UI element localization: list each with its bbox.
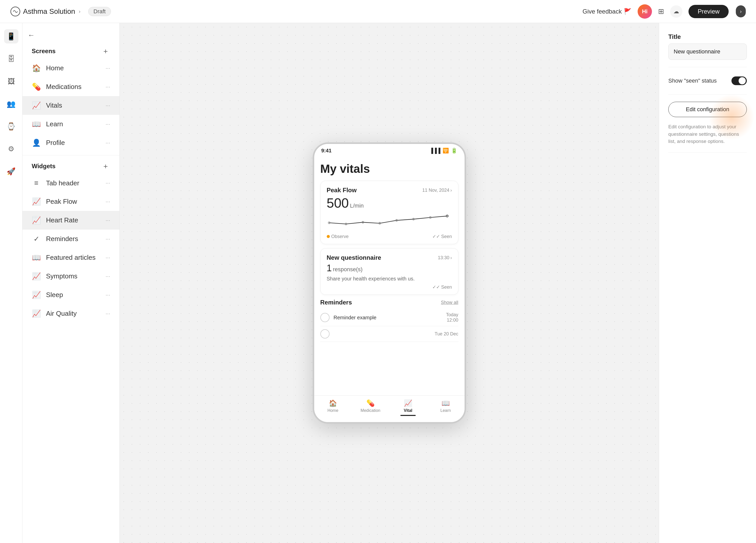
reminder-item-1: Reminder example Today 12:00	[320, 309, 458, 326]
peak-flow-value: 500	[327, 196, 349, 210]
preview-chevron-button[interactable]: ›	[736, 5, 746, 17]
questionnaire-responses-count: 1	[327, 263, 332, 273]
preview-button[interactable]: Preview	[689, 5, 729, 18]
featured-articles-icon: 📖	[32, 253, 41, 262]
medications-label: Medications	[46, 83, 100, 91]
phone-content: My vitals Peak Flow 11 Nov, 2024 › 500 L…	[314, 156, 465, 395]
vitals-more-icon[interactable]: ···	[106, 102, 110, 109]
panel-section-title: Title	[668, 33, 747, 40]
tab-header-more-icon[interactable]: ···	[106, 180, 110, 186]
seen-status-toggle[interactable]	[731, 76, 747, 85]
sidebar-item-heart-rate[interactable]: 📈 Heart Rate ···	[22, 211, 119, 230]
peak-flow-icon: 📈	[32, 197, 41, 206]
phone-nav-medication[interactable]: 💊 Medication	[352, 399, 389, 416]
reminder-item-2: Tue 20 Dec	[320, 326, 458, 342]
sidebar-item-profile[interactable]: 👤 Profile ···	[22, 133, 119, 152]
screens-section-header: Screens ＋	[22, 43, 119, 59]
profile-more-icon[interactable]: ···	[106, 140, 110, 146]
home-label: Home	[46, 64, 100, 72]
questionnaire-desc: Share your health experiences with us.	[327, 275, 452, 282]
peak-flow-unit: L/min	[350, 202, 364, 209]
questionnaire-responses-label: response(s)	[333, 266, 363, 273]
add-screen-button[interactable]: ＋	[101, 47, 110, 56]
rail-icon-watch[interactable]: ⌚	[4, 119, 18, 133]
app-logo[interactable]: Asthma Solution ›	[10, 6, 81, 17]
sidebar-item-home[interactable]: 🏠 Home ···	[22, 59, 119, 77]
rail-icon-settings[interactable]: ⚙	[4, 142, 18, 156]
back-button[interactable]: ←	[22, 29, 40, 43]
add-widget-button[interactable]: ＋	[101, 162, 110, 171]
heart-rate-label: Heart Rate	[46, 216, 100, 224]
svg-point-8	[446, 215, 448, 217]
battery-icon: 🔋	[451, 148, 457, 154]
sidebar-item-vitals[interactable]: 📈 Vitals ···	[22, 96, 119, 115]
featured-articles-more-icon[interactable]: ···	[106, 254, 110, 261]
observe-dot	[327, 235, 330, 238]
sidebar-item-learn[interactable]: 📖 Learn ···	[22, 115, 119, 133]
rail-icon-database[interactable]: 🗄	[4, 52, 18, 66]
rail-icon-device[interactable]: 📱	[4, 29, 18, 43]
phone-nav-learn[interactable]: 📖 Learn	[427, 399, 465, 416]
show-all-button[interactable]: Show all	[441, 300, 458, 305]
widgets-section-header: Widgets ＋	[22, 159, 119, 174]
sidebar-item-medications[interactable]: 💊 Medications ···	[22, 77, 119, 96]
phone-nav-medication-icon: 💊	[366, 399, 375, 407]
air-quality-more-icon[interactable]: ···	[106, 310, 110, 317]
panel-description: Edit configuration to adjust your questi…	[668, 123, 747, 145]
reminder-circle-1	[320, 313, 330, 322]
rail-icon-image[interactable]: 🖼	[4, 74, 18, 88]
vitals-icon: 📈	[32, 101, 41, 110]
sleep-more-icon[interactable]: ···	[106, 292, 110, 298]
sidebar-item-tab-header[interactable]: ≡ Tab header ···	[22, 174, 119, 192]
phone-nav-vital[interactable]: 📈 Vital	[389, 399, 427, 416]
sidebar-item-peak-flow[interactable]: 📈 Peak Flow ···	[22, 192, 119, 211]
rail-icon-users[interactable]: 👥	[4, 97, 18, 111]
signal-icon: ▐▐▐	[430, 148, 441, 154]
peak-flow-card-footer: Observe ✓✓ Seen	[327, 234, 452, 239]
learn-more-icon[interactable]: ···	[106, 121, 110, 128]
air-quality-icon: 📈	[32, 309, 41, 318]
questionnaire-card-header: New questionnaire 13:30 ›	[327, 254, 452, 261]
grid-icon[interactable]: ⊞	[658, 7, 664, 16]
seen-status-label: Show "seen" status	[668, 77, 717, 84]
learn-icon: 📖	[32, 120, 41, 128]
phone-nav-vital-label: Vital	[404, 408, 412, 413]
sleep-icon: 📈	[32, 291, 41, 299]
panel-title-input[interactable]	[668, 43, 747, 60]
right-panel: Title Show "seen" status Edit configurat…	[659, 23, 756, 543]
reminders-more-icon[interactable]: ···	[106, 236, 110, 242]
sidebar-item-reminders[interactable]: ✓ Reminders ···	[22, 230, 119, 248]
questionnaire-footer: ✓✓ Seen	[327, 284, 452, 290]
panel-divider-2	[668, 94, 747, 95]
panel-seen-status-row: Show "seen" status	[668, 74, 747, 87]
vitals-label: Vitals	[46, 101, 100, 109]
sidebar-item-featured-articles[interactable]: 📖 Featured articles ···	[22, 248, 119, 267]
sidebar-item-air-quality[interactable]: 📈 Air Quality ···	[22, 304, 119, 323]
rail-icon-rocket[interactable]: 🚀	[4, 164, 18, 178]
sidebar-item-sleep[interactable]: 📈 Sleep ···	[22, 286, 119, 304]
heart-rate-icon: 📈	[32, 216, 41, 224]
featured-articles-label: Featured articles	[46, 254, 100, 262]
draft-badge: Draft	[88, 7, 111, 16]
reminder-time-2: Tue 20 Dec	[435, 331, 458, 337]
phone-nav-home[interactable]: 🏠 Home	[314, 399, 352, 416]
questionnaire-seen-icon: ✓✓	[432, 284, 440, 290]
give-feedback-button[interactable]: Give feedback 🚩	[583, 8, 631, 15]
air-quality-label: Air Quality	[46, 310, 100, 318]
tab-header-label: Tab header	[46, 179, 100, 187]
medications-icon: 💊	[32, 83, 41, 91]
edit-config-button[interactable]: Edit configuration	[668, 102, 747, 117]
reminders-section: Reminders Show all Reminder example Toda…	[320, 299, 458, 342]
avatar[interactable]: Hi	[638, 4, 652, 19]
reminder-label-1: Reminder example	[334, 315, 442, 321]
cloud-icon[interactable]: ☁	[670, 5, 682, 18]
home-icon: 🏠	[32, 64, 41, 72]
medications-more-icon[interactable]: ···	[106, 84, 110, 90]
home-more-icon[interactable]: ···	[106, 65, 110, 72]
sleep-label: Sleep	[46, 291, 100, 299]
symptoms-more-icon[interactable]: ···	[106, 273, 110, 280]
questionnaire-seen-badge: ✓✓ Seen	[432, 284, 452, 290]
peak-flow-more-icon[interactable]: ···	[106, 198, 110, 205]
heart-rate-more-icon[interactable]: ···	[106, 217, 110, 224]
sidebar-item-symptoms[interactable]: 📈 Symptoms ···	[22, 267, 119, 286]
